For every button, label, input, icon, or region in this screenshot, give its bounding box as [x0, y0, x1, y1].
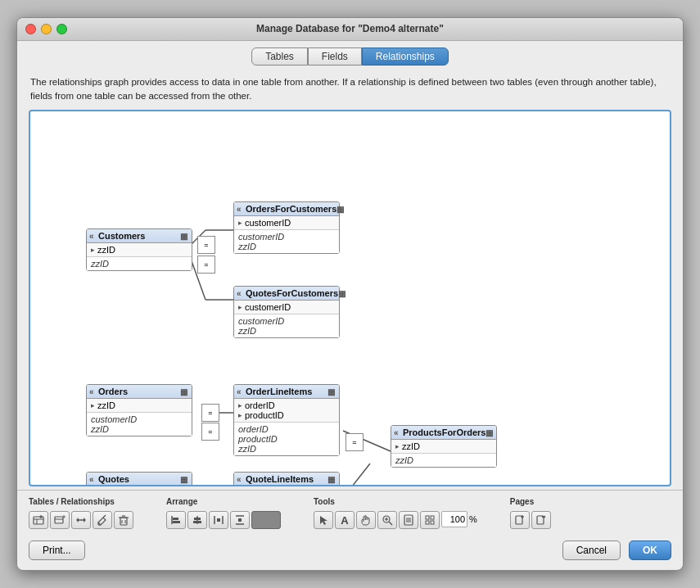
add-relationship-button[interactable]: [71, 511, 91, 529]
svg-marker-19: [76, 518, 79, 522]
table-ordersforcustomers-header: OrdersForCustomers ▦: [234, 202, 339, 216]
tab-relationships[interactable]: Relationships: [362, 47, 449, 66]
svg-rect-48: [426, 516, 429, 519]
relationship-graph[interactable]: Customers ▦ ▸zzID zzID = = OrdersForCust…: [29, 110, 671, 486]
table-qfc-keys: ▸customerID: [234, 301, 339, 314]
table-quotesforcustomers[interactable]: QuotesForCustomers ▦ ▸customerID custome…: [233, 286, 340, 338]
main-window: Manage Database for "Demo4 alternate" Ta…: [16, 17, 684, 572]
tab-tables[interactable]: Tables: [251, 47, 308, 66]
svg-rect-30: [173, 521, 180, 523]
svg-line-41: [389, 522, 392, 525]
table-ofc-fields: customerID zzID: [234, 230, 339, 253]
svg-line-20: [103, 515, 106, 518]
close-button[interactable]: [25, 24, 36, 34]
toolbar-pages: Pages: [510, 497, 551, 529]
toolbar: Tables / Relationships: [17, 490, 683, 534]
table-qli-header: QuoteLineItems ▦: [234, 473, 339, 486]
tab-fields[interactable]: Fields: [308, 47, 362, 66]
key-icon: ▸: [238, 303, 242, 311]
table-customers-fields: zzID: [87, 257, 192, 270]
svg-rect-50: [426, 521, 429, 524]
svg-rect-8: [34, 517, 43, 524]
table-customers-header: Customers ▦: [87, 229, 192, 243]
table-icon: ▦: [485, 428, 493, 437]
print-button[interactable]: Print...: [29, 541, 85, 560]
toolbar-tables-relationships: Tables / Relationships: [29, 497, 133, 529]
table-icon: ▦: [327, 387, 335, 396]
delete-button[interactable]: [114, 511, 133, 529]
key-icon: ▸: [395, 442, 400, 450]
join-box-ord: =: [201, 404, 219, 422]
toolbar-tables-label: Tables / Relationships: [29, 497, 133, 506]
key-icon: ▸: [91, 401, 95, 409]
table-pfo-fields: zzID: [391, 454, 496, 467]
minimize-button[interactable]: [41, 24, 52, 34]
toolbar-tools: Tools A 100 %: [314, 497, 477, 529]
table-orders-header: Orders ▦: [87, 385, 192, 399]
distribute-h-button[interactable]: [209, 511, 228, 529]
distribute-v-button[interactable]: [230, 511, 250, 529]
table-oli-keys: ▸orderID ▸productID: [234, 399, 339, 423]
zoom-in-button[interactable]: [377, 511, 397, 529]
table-quotes-header: Quotes ▦: [87, 473, 192, 486]
svg-rect-51: [431, 521, 434, 524]
page-setup-button[interactable]: [399, 511, 418, 529]
zoom-button[interactable]: [56, 24, 67, 34]
select-tool-button[interactable]: [314, 511, 333, 529]
add-occurrence-button[interactable]: [50, 511, 70, 529]
table-ordersforcustomers[interactable]: OrdersForCustomers ▦ ▸customerID custome…: [233, 201, 340, 254]
align-center-button[interactable]: [187, 511, 207, 529]
table-orders[interactable]: Orders ▦ ▸zzID customerID zzID: [86, 384, 192, 436]
zoom-percent: %: [469, 511, 477, 529]
table-icon: ▦: [180, 475, 187, 484]
delete-page-button[interactable]: [531, 511, 551, 529]
add-page-button[interactable]: [510, 511, 530, 529]
table-ofc-keys: ▸customerID: [234, 216, 339, 230]
table-customers[interactable]: Customers ▦ ▸zzID zzID: [86, 228, 192, 271]
svg-line-7: [343, 464, 370, 486]
hand-tool-button[interactable]: [356, 511, 376, 529]
toolbar-pages-btns: [510, 511, 551, 529]
ok-button[interactable]: OK: [629, 541, 671, 560]
window-title: Manage Database for "Demo4 alternate": [256, 23, 444, 34]
table-icon: ▦: [336, 205, 344, 214]
table-customers-keys: ▸zzID: [87, 243, 192, 257]
key-icon: ▸: [238, 401, 242, 409]
color-button[interactable]: [251, 511, 281, 529]
svg-rect-23: [120, 518, 127, 525]
toolbar-tools-label: Tools: [314, 497, 477, 506]
table-oli-header: OrderLineItems ▦: [234, 385, 339, 399]
table-qfc-fields: customerID zzID: [234, 314, 339, 337]
tab-bar: Tables Fields Relationships: [17, 41, 683, 70]
join-box-oli-pfo: =: [345, 433, 364, 451]
add-table-button[interactable]: [29, 511, 48, 529]
svg-rect-29: [173, 518, 178, 520]
table-icon: ▦: [338, 289, 345, 298]
toolbar-arrange-btns: [166, 511, 281, 529]
toolbar-tools-btns: A 100 %: [314, 511, 477, 529]
table-quotes[interactable]: Quotes ▦ ▸zzID customerID zzID: [86, 472, 192, 486]
text-tool-button[interactable]: A: [335, 511, 355, 529]
svg-rect-49: [431, 516, 434, 519]
table-orderlineitems[interactable]: OrderLineItems ▦ ▸orderID ▸productID ord…: [233, 384, 340, 456]
toolbar-tables-btns: [29, 511, 133, 529]
toolbar-pages-label: Pages: [510, 497, 551, 506]
table-pfo-header: ProductsForOrders ▦: [391, 426, 496, 440]
traffic-lights: [25, 24, 67, 34]
eq-icon-1: =: [197, 236, 215, 254]
svg-rect-36: [217, 518, 220, 522]
zoom-input[interactable]: 100: [441, 511, 467, 527]
table-pfo-keys: ▸zzID: [391, 440, 496, 454]
key-icon: ▸: [238, 219, 242, 227]
cancel-button[interactable]: Cancel: [562, 541, 621, 560]
table-quotesforcustomers-header: QuotesForCustomers ▦: [234, 287, 339, 301]
table-orders-fields: customerID zzID: [87, 413, 192, 436]
table-productsfororders[interactable]: ProductsForOrders ▦ ▸zzID zzID: [391, 425, 497, 468]
table-quotelineitems[interactable]: QuoteLineItems ▦ ▸productID ▸quoteID pro…: [233, 472, 340, 486]
svg-rect-13: [55, 517, 63, 523]
edit-button[interactable]: [93, 511, 112, 529]
table-icon: ▦: [180, 387, 187, 396]
key-icon: ▸: [238, 411, 242, 419]
grid-button[interactable]: [420, 511, 440, 529]
align-left-button[interactable]: [166, 511, 186, 529]
